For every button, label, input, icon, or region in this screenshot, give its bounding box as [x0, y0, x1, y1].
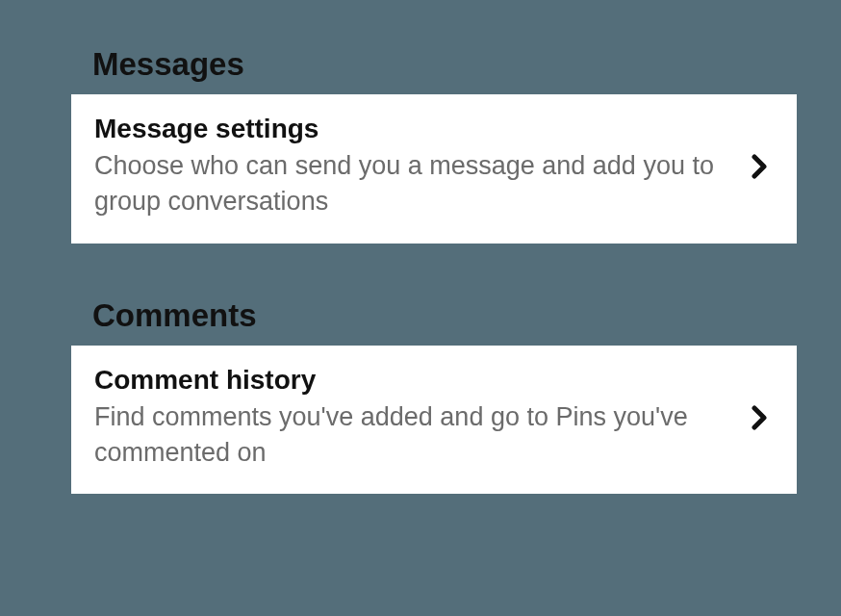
comment-history-description: Find comments you've added and go to Pin… [94, 399, 731, 472]
messages-section-header: Messages [0, 46, 841, 83]
message-settings-row[interactable]: Message settings Choose who can send you… [71, 94, 797, 244]
comment-history-text: Comment history Find comments you've add… [94, 365, 731, 472]
comments-section-header: Comments [0, 297, 841, 334]
chevron-right-icon [747, 153, 774, 180]
message-settings-title: Message settings [94, 114, 731, 144]
comment-history-title: Comment history [94, 365, 731, 396]
message-settings-text: Message settings Choose who can send you… [94, 114, 731, 220]
chevron-right-icon [747, 404, 774, 431]
message-settings-description: Choose who can send you a message and ad… [94, 148, 731, 220]
comment-history-row[interactable]: Comment history Find comments you've add… [71, 346, 797, 495]
